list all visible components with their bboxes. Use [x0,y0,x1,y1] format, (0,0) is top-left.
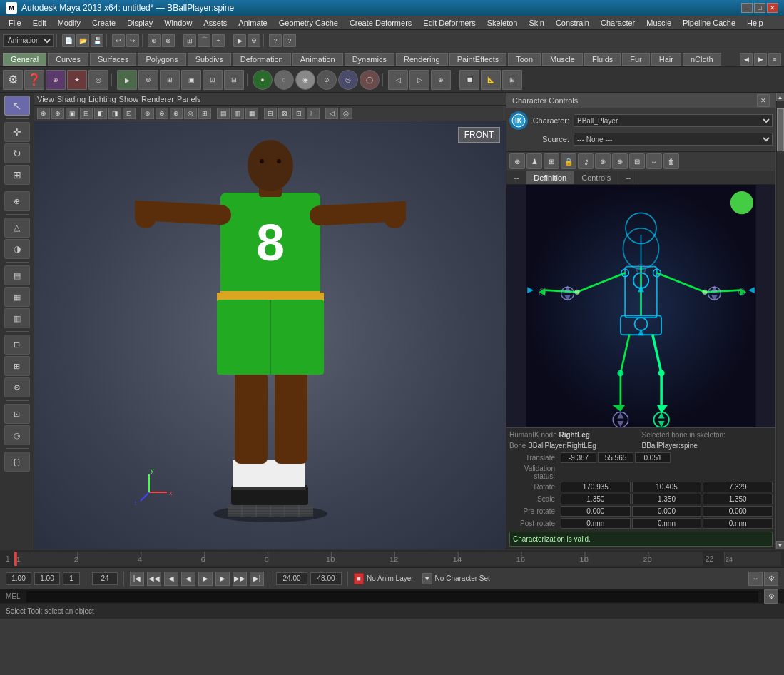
shelf-icon-14[interactable]: ◉ [295,70,315,90]
anim-layer-tool[interactable]: ▥ [4,308,30,328]
tab-surfaces[interactable]: Surfaces [90,53,136,66]
menu-assets[interactable]: Assets [198,17,233,29]
shelf-icon-18[interactable]: ◁ [388,70,408,90]
cc-tab-dash-left[interactable]: -- [506,171,526,184]
cc-add-char[interactable]: ⊕ [509,153,525,169]
quick-sel-tool[interactable]: ◎ [4,425,30,445]
shelf-icon-4[interactable]: ★ [67,70,87,90]
cc-lock[interactable]: 🔒 [561,153,576,169]
vm-lighting[interactable]: Lighting [88,95,116,103]
vt-icon17[interactable]: ⊠ [278,108,291,119]
transport-playback-speed[interactable] [276,572,307,585]
menu-help[interactable]: Help [741,17,769,29]
select-tool[interactable]: ↖ [4,96,30,116]
mel-input[interactable] [26,591,758,602]
scroll-thumb[interactable] [777,108,784,151]
tab-muscle[interactable]: Muscle [542,53,583,66]
shelf-icon-22[interactable]: 📐 [481,70,501,90]
vt-icon4[interactable]: ⊞ [80,108,93,119]
mel-settings-btn[interactable]: ⚙ [764,589,778,604]
workspace-select[interactable]: Animation [3,34,54,47]
cc-retarget[interactable]: ↔ [646,153,662,169]
scroll-down-btn[interactable]: ▼ [776,541,785,549]
vm-show[interactable]: Show [119,95,139,103]
rotate-tool[interactable]: ↻ [4,143,30,163]
transport-current[interactable] [34,572,60,585]
lasso-btn[interactable]: ⊗ [162,34,175,47]
vt-icon19[interactable]: ⊢ [307,108,320,119]
cc-character-select[interactable]: BBall_Player [574,114,773,127]
render-btn[interactable]: ▶ [233,34,246,47]
tab-subdivs[interactable]: Subdivs [188,53,231,66]
tab-options[interactable]: ≡ [768,53,781,66]
channel-box-tool[interactable]: ⊟ [4,335,30,355]
cc-close[interactable]: ✕ [757,94,770,107]
menu-character[interactable]: Character [595,17,641,29]
menu-constrain[interactable]: Constrain [550,17,595,29]
select-btn[interactable]: ⊕ [148,34,161,47]
cc-key[interactable]: ⚷ [578,153,594,169]
tab-rendering[interactable]: Rendering [396,53,448,66]
tab-curves[interactable]: Curves [48,53,88,66]
menu-modify[interactable]: Modify [52,17,86,29]
tab-fur[interactable]: Fur [622,53,650,66]
tab-hair[interactable]: Hair [651,53,681,66]
cc-delete[interactable]: 🗑 [663,153,679,169]
render-layer-tool[interactable]: ▦ [4,287,30,307]
vt-icon13[interactable]: ▤ [217,108,230,119]
menu-edit-deformers[interactable]: Edit Deformers [417,17,481,29]
render-settings-btn[interactable]: ⚙ [248,34,260,47]
tab-polygons[interactable]: Polygons [138,53,185,66]
shelf-icon-10[interactable]: ⊡ [203,70,223,90]
shelf-icon-5[interactable]: ◎ [88,70,108,90]
new-scene-btn[interactable]: 📄 [62,34,75,47]
tab-ncloth[interactable]: nCloth [683,53,721,66]
transport-play-fwd[interactable]: ▶ [198,572,213,586]
snap-grid-btn[interactable]: ⊞ [183,34,196,47]
menu-geometry-cache[interactable]: Geometry Cache [273,17,344,29]
viewport-canvas[interactable]: FRONT [34,121,506,549]
menu-window[interactable]: Window [158,17,198,29]
shelf-icon-16[interactable]: ◎ [338,70,358,90]
shelf-icon-7[interactable]: ⊛ [138,70,158,90]
vt-icon20[interactable]: ◁ [325,108,338,119]
shelf-icon-3[interactable]: ⊕ [46,70,66,90]
transport-frame[interactable] [63,572,80,585]
cc-mirror[interactable]: ⊟ [629,153,645,169]
soft-mod-tool[interactable]: △ [4,218,30,238]
transport-jump-end[interactable]: ▶| [250,572,264,586]
cc-tab-definition[interactable]: Definition [526,171,574,184]
vt-icon7[interactable]: ⊡ [123,108,136,119]
shelf-icon-6[interactable]: ▸ [117,70,137,90]
vt-icon18[interactable]: ⊡ [292,108,305,119]
input-box-btn[interactable]: ? [269,34,282,47]
vt-icon10[interactable]: ⊕ [170,108,183,119]
maximize-button[interactable]: □ [754,3,765,13]
vt-icon21[interactable]: ◎ [340,108,352,119]
vt-icon6[interactable]: ◨ [108,108,121,119]
shelf-icon-15[interactable]: ⊙ [317,70,337,90]
vm-panels[interactable]: Panels [177,95,201,103]
timeline-ext[interactable]: 24 [724,552,781,566]
shelf-icon-13[interactable]: ○ [274,70,294,90]
vt-icon3[interactable]: ▣ [66,108,78,119]
minimize-button[interactable]: _ [741,3,753,13]
snap-curve-btn[interactable]: ⌒ [198,34,210,47]
cc-tab-controls[interactable]: Controls [574,171,618,184]
vt-icon2[interactable]: ⊕ [51,108,64,119]
cc-source-select[interactable]: --- None --- [574,133,773,146]
cc-ik-fk[interactable]: ⊞ [544,153,559,169]
shelf-icon-12[interactable]: ● [253,70,273,90]
transport-next-frame[interactable]: ▶ [215,572,230,586]
tab-fluids[interactable]: Fluids [584,53,621,66]
vt-icon15[interactable]: ▦ [245,108,258,119]
timeline-ruler[interactable]: 1 2 4 6 8 10 12 14 16 18 20 [14,552,703,566]
menu-muscle[interactable]: Muscle [641,17,677,29]
menu-create[interactable]: Create [86,17,121,29]
menu-edit[interactable]: Edit [27,17,52,29]
transport-play-back[interactable]: ◀ [181,572,195,586]
scale-tool[interactable]: ⊞ [4,165,30,185]
vt-icon5[interactable]: ◧ [94,108,107,119]
tab-toon[interactable]: Toon [508,53,541,66]
transport-end-frame[interactable] [92,572,118,585]
